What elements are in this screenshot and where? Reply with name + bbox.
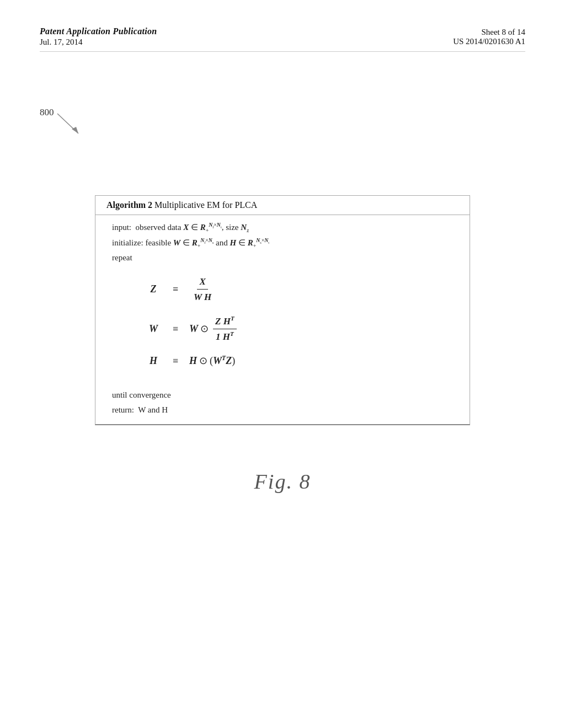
algo-title: Algorithm 2 Multiplicative EM for PLCA: [95, 196, 470, 215]
algo-line-repeat: repeat: [112, 251, 453, 264]
formula-z-eq: ≡: [167, 281, 184, 297]
page: Patent Application Publication Jul. 17, …: [0, 0, 565, 728]
formula-w-var: W: [145, 321, 162, 337]
frac-z-den: W H: [191, 290, 214, 304]
annotation-label: 800: [40, 107, 54, 117]
formula-w-rhs: W ⊙ Z HT 1 HT: [189, 314, 239, 344]
fig-caption: Fig. 8: [40, 469, 525, 494]
algo-return: return: W and H: [112, 403, 453, 417]
algo-title-bold: Algorithm 2: [106, 200, 152, 210]
header-date: Jul. 17, 2014: [40, 38, 157, 47]
formula-z: Z ≡ X W H: [145, 274, 453, 304]
sheet-info: Sheet 8 of 14: [453, 28, 525, 37]
header: Patent Application Publication Jul. 17, …: [0, 0, 565, 47]
algo-until: until convergence: [112, 388, 453, 403]
formula-w-eq: ≡: [167, 321, 184, 337]
frac-w: Z HT 1 HT: [213, 314, 237, 344]
algo-line-input: input: observed data X ∈ R+Nf×Nt, size N…: [112, 221, 453, 235]
formula-z-rhs: X W H: [189, 274, 216, 304]
algo-line-initialize: initialize: feasible W ∈ R+Nf×Ns and H ∈…: [112, 236, 453, 250]
algo-title-rest: Multiplicative EM for PLCA: [154, 200, 257, 210]
fig-caption-text: Fig. 8: [254, 470, 311, 493]
algorithm-box: Algorithm 2 Multiplicative EM for PLCA i…: [95, 195, 470, 425]
frac-w-num: Z HT: [213, 314, 237, 329]
formula-h-rhs: H ⊙ (WTZ): [189, 353, 235, 369]
algorithm-container: Algorithm 2 Multiplicative EM for PLCA i…: [40, 195, 525, 425]
frac-z: X W H: [191, 274, 214, 304]
formula-z-var: Z: [145, 281, 162, 297]
annotation-arrow: [56, 113, 89, 140]
main-content: 800 Algorithm 2 Multiplicative EM for PL…: [0, 52, 565, 494]
header-right: Sheet 8 of 14 US 2014/0201630 A1: [453, 26, 525, 46]
formula-h-eq: ≡: [167, 353, 184, 369]
algo-footer: until convergence return: W and H: [95, 388, 470, 424]
header-left: Patent Application Publication Jul. 17, …: [40, 26, 157, 47]
patent-number: US 2014/0201630 A1: [453, 37, 525, 46]
frac-z-num: X: [197, 274, 207, 290]
publication-title: Patent Application Publication: [40, 26, 157, 36]
formula-w: W ≡ W ⊙ Z HT 1 HT: [145, 314, 453, 344]
annotation-800: 800: [40, 107, 89, 140]
formula-h-var: H: [145, 353, 162, 369]
algo-formulas: Z ≡ X W H W ≡: [145, 274, 453, 369]
frac-w-den: 1 HT: [214, 329, 236, 344]
algo-body: input: observed data X ∈ R+Nf×Nt, size N…: [95, 215, 470, 388]
formula-h: H ≡ H ⊙ (WTZ): [145, 353, 453, 369]
